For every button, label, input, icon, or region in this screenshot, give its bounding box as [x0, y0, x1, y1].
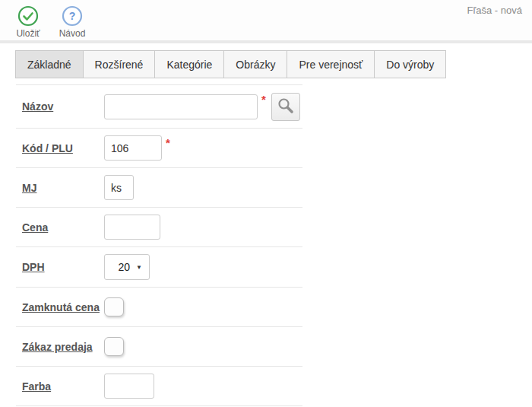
zakaz-predaja-checkbox[interactable] — [104, 337, 124, 356]
help-button[interactable]: ? Návod — [55, 5, 89, 39]
zamknuta-cena-label[interactable]: Zamknutá cena — [22, 301, 104, 313]
search-icon — [277, 97, 295, 117]
farba-label[interactable]: Farba — [22, 380, 104, 393]
tab-zakladne[interactable]: Základné — [15, 50, 84, 78]
dph-select-value: 20 — [119, 261, 131, 273]
zakaz-predaja-label[interactable]: Zákaz predaja — [22, 341, 104, 353]
zamknuta-cena-checkbox[interactable] — [104, 297, 124, 316]
tab-bar: Základné Rozšírené Kategórie Obrázky Pre… — [0, 43, 532, 78]
save-button[interactable]: Uložiť — [11, 5, 45, 39]
mj-label[interactable]: MJ — [22, 182, 104, 194]
save-button-label: Uložiť — [16, 28, 40, 39]
cena-label[interactable]: Cena — [22, 221, 104, 234]
kod-required-marker: * — [166, 135, 170, 148]
form-row-nazov: Názov * — [16, 84, 302, 129]
svg-text:?: ? — [69, 10, 76, 22]
chevron-down-icon: ▼ — [136, 264, 142, 271]
kod-label[interactable]: Kód / PLU — [22, 142, 104, 154]
kod-input[interactable] — [104, 135, 162, 161]
form-row-cena: Cena — [16, 208, 302, 247]
farba-input[interactable] — [104, 374, 154, 399]
form-row-mj: MJ — [16, 168, 302, 208]
tab-kategorie[interactable]: Kategórie — [154, 50, 224, 78]
help-button-label: Návod — [59, 28, 86, 39]
toolbar: Uložiť ? Návod Fľaša - nová — [0, 0, 532, 43]
product-form: Názov * Kód / PLU * MJ Cena DPH 20 ▼ — [16, 84, 302, 406]
nazov-label[interactable]: Názov — [22, 100, 104, 113]
nazov-required-marker: * — [261, 92, 266, 105]
tab-do-vyroby[interactable]: Do výroby — [374, 50, 446, 78]
dph-label[interactable]: DPH — [22, 261, 104, 273]
help-circle-icon: ? — [62, 5, 83, 27]
form-row-zakaz-predaja: Zákaz predaja — [16, 327, 302, 367]
tab-obrazky[interactable]: Obrázky — [223, 50, 287, 78]
window-title: Fľaša - nová — [467, 5, 522, 16]
nazov-search-button[interactable] — [271, 93, 300, 121]
tab-pre-verejnost[interactable]: Pre verejnosť — [287, 50, 375, 78]
tab-rozsirene[interactable]: Rozšírené — [83, 50, 156, 78]
form-row-zamknuta-cena: Zamknutá cena — [16, 288, 302, 327]
nazov-input[interactable] — [104, 94, 258, 119]
check-circle-icon — [17, 5, 39, 27]
mj-input[interactable] — [104, 175, 134, 200]
form-row-kod: Kód / PLU * — [16, 129, 302, 168]
dph-select[interactable]: 20 ▼ — [104, 254, 150, 280]
form-row-farba: Farba — [16, 367, 302, 406]
cena-input[interactable] — [104, 215, 160, 240]
form-row-dph: DPH 20 ▼ — [16, 247, 302, 288]
